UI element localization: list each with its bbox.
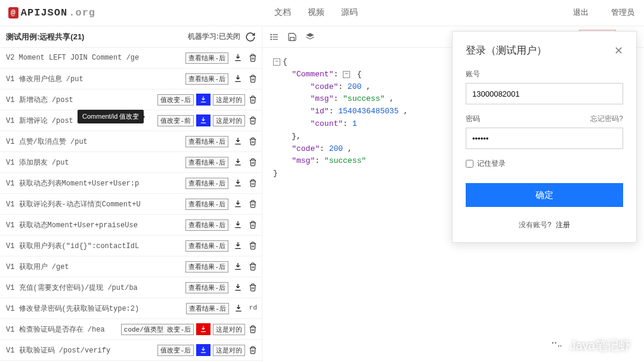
trash-icon[interactable]	[249, 179, 257, 187]
svg-point-5	[271, 39, 271, 39]
correct-tag[interactable]: 这是对的	[213, 324, 245, 335]
correct-tag[interactable]: 这是对的	[213, 94, 245, 106]
result-tag[interactable]: 查看结果-后	[185, 240, 228, 252]
forgot-password-link[interactable]: 忘记密码?	[590, 114, 623, 124]
test-row[interactable]: V1 点赞/取消点赞 /put查看结果-后	[0, 131, 262, 152]
correct-tag[interactable]: 这是对的	[213, 115, 245, 126]
trash-icon[interactable]	[249, 95, 257, 104]
download-icon[interactable]	[231, 219, 245, 231]
collapse-icon[interactable]: −	[343, 71, 350, 78]
collapse-icon[interactable]: −	[273, 58, 280, 66]
result-tag[interactable]: 查看结果-后	[185, 157, 228, 168]
test-row[interactable]: V1 新增动态 /post值改变-后这是对的	[0, 89, 262, 110]
login-footer: 没有账号? 注册	[466, 220, 623, 230]
result-tag[interactable]: 查看结果-后	[185, 261, 228, 273]
download-icon[interactable]	[231, 281, 245, 293]
save-icon[interactable]	[287, 32, 297, 42]
password-input[interactable]	[466, 128, 623, 149]
json-key-code2: "code"	[292, 144, 320, 153]
nav-docs[interactable]: 文档	[274, 7, 291, 18]
download-icon[interactable]	[196, 323, 210, 335]
nav-logout[interactable]: 退出	[573, 7, 589, 18]
test-row[interactable]: V1 获取评论列表-动态详情页Comment+U查看结果-后	[0, 194, 262, 215]
test-row[interactable]: V1 添加朋友 /put查看结果-后	[0, 152, 262, 173]
trash-icon[interactable]	[249, 283, 257, 292]
result-tag[interactable]: 查看结果-后	[185, 282, 228, 293]
layers-icon[interactable]	[305, 32, 315, 42]
test-row[interactable]: V1 获取动态列表Moment+User+User:p查看结果-后	[0, 173, 262, 194]
test-row[interactable]: V2 Moment LEFT JOIN Comment /ge查看结果-后	[0, 48, 262, 69]
test-label: V2 Moment LEFT JOIN Comment /ge	[6, 54, 179, 62]
result-tag[interactable]: 查看结果-后	[185, 52, 228, 64]
download-icon[interactable]	[196, 344, 210, 356]
nav-admin[interactable]: 管理员	[611, 7, 634, 18]
result-tag[interactable]: 查看结果-后	[185, 219, 228, 231]
trash-icon[interactable]	[249, 221, 257, 229]
trash-icon[interactable]	[249, 262, 257, 271]
trash-icon[interactable]	[249, 54, 257, 62]
refresh-icon[interactable]	[245, 32, 256, 42]
test-label: V1 检查验证码是否存在 /hea	[6, 324, 115, 335]
nav-source[interactable]: 源码	[341, 7, 358, 18]
test-row[interactable]: V1 获取用户列表("id{}":contactIdL查看结果-后	[0, 236, 262, 256]
result-tag[interactable]: 值改变-后	[157, 345, 194, 356]
download-icon[interactable]	[231, 177, 245, 189]
result-tag[interactable]: 查看结果-后	[186, 303, 229, 314]
logo-badge: @	[8, 7, 18, 18]
remember-check[interactable]: 记住登录	[466, 159, 623, 169]
test-row[interactable]: V1 获取验证码 /post/verify值改变-后这是对的	[0, 340, 262, 361]
download-icon[interactable]	[231, 198, 245, 210]
close-icon[interactable]: ✕	[614, 44, 623, 57]
download-icon[interactable]	[231, 302, 246, 314]
json-val-msg2: "success"	[324, 156, 366, 165]
json-val-count: 1	[352, 119, 357, 128]
trash-icon[interactable]	[249, 137, 257, 146]
nav-video[interactable]: 视频	[308, 7, 324, 18]
download-icon[interactable]	[196, 94, 210, 106]
test-list[interactable]: V2 Moment LEFT JOIN Comment /ge查看结果-后V1 …	[0, 48, 262, 362]
download-icon[interactable]	[231, 52, 245, 64]
test-label: V1 获取评论列表-动态详情页Comment+U	[6, 199, 179, 209]
trash-icon[interactable]	[249, 75, 257, 83]
ml-status[interactable]: 机器学习:已关闭	[188, 32, 240, 42]
trash-icon[interactable]	[249, 325, 257, 333]
test-label: V1 获取验证码 /post/verify	[6, 345, 151, 355]
result-tag[interactable]: code/值类型 改变-后	[121, 324, 194, 335]
download-icon[interactable]	[196, 115, 210, 126]
trash-icon[interactable]	[249, 346, 257, 354]
test-row[interactable]: V1 充值(需要支付密码)/提现 /put/ba查看结果-后	[0, 277, 262, 298]
json-key-msg2: "msg"	[292, 156, 315, 165]
result-tag[interactable]: 值改变-后	[157, 94, 194, 106]
trash-icon[interactable]	[249, 116, 257, 125]
trash-icon[interactable]: rd	[249, 304, 257, 313]
logo[interactable]: @ APIJSON .org	[8, 7, 95, 18]
trash-icon[interactable]	[249, 242, 257, 250]
logo-text: APIJSON	[21, 7, 67, 18]
svg-point-11	[560, 345, 561, 346]
download-icon[interactable]	[231, 261, 245, 273]
result-tag[interactable]: 查看结果-后	[185, 178, 228, 189]
download-icon[interactable]	[231, 73, 245, 85]
result-tag[interactable]: 查看结果-后	[185, 73, 228, 85]
list-icon[interactable]	[270, 32, 279, 42]
result-tag[interactable]: 值改变-前	[157, 115, 194, 126]
test-row[interactable]: V1 检查验证码是否存在 /heacode/值类型 改变-后这是对的	[0, 319, 262, 340]
register-link[interactable]: 注册	[556, 221, 570, 229]
download-icon[interactable]	[231, 156, 245, 168]
account-input[interactable]	[466, 83, 623, 104]
trash-icon[interactable]	[249, 200, 257, 208]
download-icon[interactable]	[231, 135, 245, 147]
download-icon[interactable]	[231, 240, 245, 252]
test-row[interactable]: V1 修改登录密码(先获取验证码type:2)查看结果-后rd	[0, 298, 262, 319]
password-label: 密码	[466, 114, 480, 124]
correct-tag[interactable]: 这是对的	[213, 345, 245, 356]
result-tag[interactable]: 查看结果-后	[185, 136, 228, 147]
test-row[interactable]: V1 获取用户 /get查看结果-后	[0, 256, 262, 277]
test-row[interactable]: V1 修改用户信息 /put查看结果-后	[0, 69, 262, 89]
remember-checkbox[interactable]	[466, 160, 473, 168]
trash-icon[interactable]	[249, 158, 257, 166]
test-row[interactable]: V1 获取动态Moment+User+praiseUse查看结果-后	[0, 215, 262, 236]
login-submit-button[interactable]: 确定	[466, 183, 623, 207]
test-label: V1 获取用户列表("id{}":contactIdL	[6, 241, 179, 251]
result-tag[interactable]: 查看结果-后	[185, 199, 228, 210]
